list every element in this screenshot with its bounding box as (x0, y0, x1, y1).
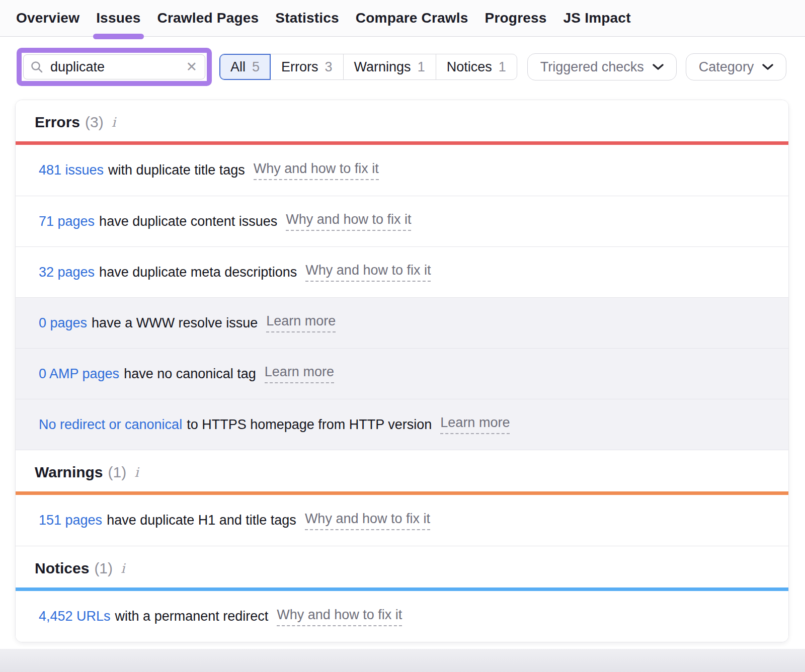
section-rows: 151 pages have duplicate H1 and title ta… (16, 495, 788, 546)
filter-dropdown-category[interactable]: Category (686, 53, 787, 80)
issue-row: 71 pages have duplicate content issues W… (16, 196, 788, 246)
issue-count-link[interactable]: 0 AMP pages (39, 366, 119, 382)
nav-tab-label: Statistics (275, 10, 339, 26)
page-bottom-shade (0, 649, 805, 672)
section-count: (1) (108, 464, 127, 481)
issue-help-link[interactable]: Why and how to fix it (277, 607, 402, 626)
section-warnings: Warnings (1) i 151 pages have duplicate … (16, 450, 788, 546)
nav-tab-label: Overview (16, 10, 79, 26)
issue-row: 32 pages have duplicate meta description… (16, 246, 788, 297)
info-icon[interactable]: i (112, 115, 116, 130)
section-header: Notices (1) i (16, 546, 788, 587)
nav-tab-label: Progress (485, 10, 547, 26)
section-severity-bar (16, 587, 788, 591)
severity-segment-count: 1 (499, 59, 506, 75)
issue-description: have duplicate meta descriptions (99, 265, 297, 280)
issue-row: 0 pages have a WWW resolve issue Learn m… (16, 297, 788, 348)
severity-segment-label: Errors (281, 59, 318, 75)
section-severity-bar (16, 491, 788, 495)
issue-description: have duplicate H1 and title tags (107, 513, 296, 528)
issue-help-link[interactable]: Why and how to fix it (286, 212, 411, 231)
nav-tab-active[interactable]: Issues (96, 0, 140, 36)
issue-count-link[interactable]: 151 pages (39, 513, 102, 528)
issue-description: with a permanent redirect (115, 609, 269, 624)
section-header: Errors (3) i (16, 100, 788, 141)
clear-search-icon[interactable]: ✕ (185, 60, 198, 74)
issue-description: have no canonical tag (124, 366, 256, 382)
chevron-down-icon (653, 63, 664, 70)
active-tab-underline (93, 34, 143, 39)
severity-segment-label: Warnings (354, 59, 411, 75)
section-count: (3) (85, 114, 104, 131)
issue-help-link[interactable]: Why and how to fix it (305, 263, 431, 282)
severity-segment-errors[interactable]: Errors 3 (270, 54, 344, 80)
issue-description: to HTTPS homepage from HTTP version (187, 417, 432, 433)
nav-tab-label: Issues (96, 10, 140, 26)
issue-row: 0 AMP pages have no canonical tag Learn … (16, 348, 788, 399)
issue-help-link[interactable]: Learn more (266, 313, 336, 332)
section-header: Warnings (1) i (16, 450, 788, 491)
section-title: Warnings (35, 464, 103, 481)
issue-count-link[interactable]: 32 pages (39, 265, 95, 280)
issue-count-link[interactable]: 71 pages (39, 214, 95, 229)
severity-segment-label: Notices (447, 59, 492, 75)
nav-tab-label: Compare Crawls (356, 10, 468, 26)
top-nav: Overview Issues Crawled Pages Statistics… (0, 0, 805, 37)
severity-segment-all[interactable]: All 5 (219, 54, 271, 80)
issue-row: 481 issues with duplicate title tags Why… (16, 145, 788, 196)
issue-description: with duplicate title tags (108, 162, 245, 178)
filter-dropdowns: Triggered checks Category (527, 53, 787, 80)
issue-count-link[interactable]: 4,452 URLs (39, 609, 111, 624)
issue-description: have duplicate content issues (99, 214, 277, 229)
severity-segment-count: 3 (325, 59, 333, 75)
issue-help-link[interactable]: Learn more (265, 364, 334, 383)
chevron-down-icon (762, 63, 773, 70)
filters-row: ✕ All 5 Errors 3 Warnings 1 Notices 1 Tr… (17, 48, 805, 86)
section-severity-bar (16, 141, 788, 145)
filter-dropdown-label: Triggered checks (540, 59, 644, 75)
section-count: (1) (94, 560, 113, 577)
search-icon (30, 60, 49, 73)
issue-help-link[interactable]: Why and how to fix it (254, 161, 379, 180)
nav-tab[interactable]: Statistics (275, 0, 339, 36)
section-errors: Errors (3) i 481 issues with duplicate t… (16, 100, 788, 450)
severity-segment-notices[interactable]: Notices 1 (436, 54, 517, 80)
section-title: Notices (35, 560, 89, 577)
nav-tab[interactable]: Compare Crawls (356, 0, 468, 36)
severity-filter: All 5 Errors 3 Warnings 1 Notices 1 (219, 54, 517, 80)
severity-segment-count: 5 (252, 59, 260, 75)
issue-description: have a WWW resolve issue (92, 315, 258, 331)
filter-dropdown-triggered-checks[interactable]: Triggered checks (527, 53, 677, 80)
nav-tab[interactable]: Overview (16, 0, 79, 36)
nav-tab-label: JS Impact (564, 10, 631, 26)
nav-tab-label: Crawled Pages (157, 10, 259, 26)
search-input[interactable] (49, 59, 185, 75)
section-rows: 4,452 URLs with a permanent redirect Why… (16, 591, 788, 642)
info-icon[interactable]: i (121, 561, 125, 576)
issue-help-link[interactable]: Why and how to fix it (305, 511, 430, 530)
issue-help-link[interactable]: Learn more (440, 415, 510, 434)
issue-row: 151 pages have duplicate H1 and title ta… (16, 495, 788, 546)
issues-card: Errors (3) i 481 issues with duplicate t… (15, 100, 789, 642)
nav-tab[interactable]: Crawled Pages (157, 0, 259, 36)
issue-count-link[interactable]: 481 issues (39, 162, 104, 178)
issue-count-link[interactable]: 0 pages (39, 315, 87, 331)
search-box: ✕ (23, 54, 205, 79)
issue-row: No redirect or canonical to HTTPS homepa… (16, 399, 788, 450)
section-notices: Notices (1) i 4,452 URLs with a permanen… (16, 546, 788, 642)
nav-tab[interactable]: JS Impact (564, 0, 631, 36)
severity-segment-count: 1 (418, 59, 425, 75)
severity-segment-label: All (230, 59, 246, 75)
severity-segment-warnings[interactable]: Warnings 1 (343, 54, 436, 80)
issue-count-link[interactable]: No redirect or canonical (39, 417, 182, 433)
nav-tab[interactable]: Progress (485, 0, 547, 36)
section-rows: 481 issues with duplicate title tags Why… (16, 145, 788, 450)
info-icon[interactable]: i (134, 465, 138, 480)
search-highlight-annotation: ✕ (17, 48, 212, 86)
section-title: Errors (35, 114, 80, 131)
filter-dropdown-label: Category (699, 59, 754, 75)
issue-row: 4,452 URLs with a permanent redirect Why… (16, 591, 788, 642)
